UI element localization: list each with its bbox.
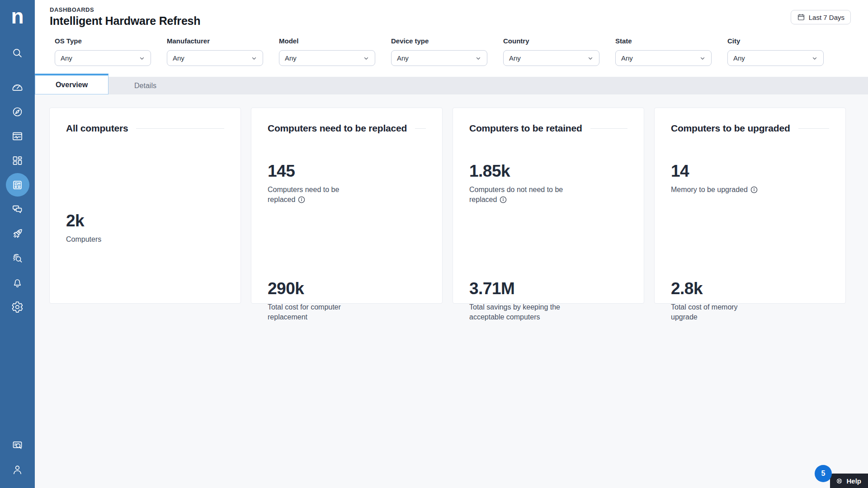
sidebar-item-discovery[interactable] bbox=[0, 99, 35, 124]
calendar-icon bbox=[797, 13, 805, 21]
sidebar-item-search[interactable] bbox=[0, 41, 35, 65]
rocket-icon bbox=[11, 228, 24, 240]
os-type-select[interactable]: Any bbox=[55, 50, 151, 66]
filter-label: Device type bbox=[391, 37, 487, 45]
main-area: DASHBOARDS Intelligent Hardware Refresh … bbox=[35, 0, 868, 488]
stat-label: Memory to be upgraded bbox=[671, 185, 797, 196]
stat-value: 290k bbox=[268, 279, 426, 298]
stat-value: 3.71M bbox=[469, 279, 627, 298]
sidebar-item-layouts[interactable] bbox=[0, 148, 35, 173]
model-select[interactable]: Any bbox=[279, 50, 375, 66]
chevron-down-icon bbox=[475, 55, 481, 61]
stat-label: Total savings by keeping the acceptable … bbox=[469, 302, 571, 322]
dashboard-gauge-icon bbox=[11, 81, 24, 94]
selected-value: Any bbox=[509, 54, 521, 62]
info-icon[interactable] bbox=[750, 186, 758, 196]
card-title-divider bbox=[415, 128, 426, 129]
state-select[interactable]: Any bbox=[615, 50, 712, 66]
stat-value: 14 bbox=[671, 162, 829, 181]
filter-city: City Any bbox=[727, 37, 824, 66]
compass-icon bbox=[11, 106, 24, 118]
card-title-divider bbox=[590, 128, 627, 129]
stat-total-savings: 3.71M Total savings by keeping the accep… bbox=[469, 279, 627, 322]
country-select[interactable]: Any bbox=[503, 50, 599, 66]
sidebar-item-dashboard[interactable] bbox=[0, 75, 35, 99]
filter-label: Manufacturer bbox=[167, 37, 263, 45]
notification-badge[interactable]: 5 bbox=[815, 465, 832, 482]
sidebar-item-notifications[interactable] bbox=[0, 270, 35, 295]
info-icon[interactable] bbox=[298, 196, 305, 206]
selected-value: Any bbox=[61, 54, 72, 62]
stat-label: Total cost for computer replacement bbox=[268, 302, 354, 322]
device-type-select[interactable]: Any bbox=[391, 50, 487, 66]
bell-icon bbox=[11, 277, 24, 289]
sidebar-item-device-search[interactable] bbox=[0, 433, 35, 457]
sidebar: n bbox=[0, 0, 35, 488]
lifebuoy-icon bbox=[835, 477, 843, 485]
selected-value: Any bbox=[621, 54, 633, 62]
sidebar-item-investigate[interactable] bbox=[0, 246, 35, 270]
filter-os-type: OS Type Any bbox=[55, 37, 151, 66]
window-activity-icon bbox=[11, 130, 24, 142]
logo-letter: n bbox=[11, 6, 24, 27]
stat-replace-count: 145 Computers need to be replaced bbox=[268, 162, 426, 241]
card-computers-to-replace: Computers need to be replaced 145 Comput… bbox=[251, 108, 443, 304]
filter-model: Model Any bbox=[279, 37, 375, 66]
stat-replacement-cost: 290k Total cost for computer replacement bbox=[268, 279, 426, 322]
stat-total-computers: 2k Computers bbox=[66, 211, 224, 244]
stat-label: Total cost of memory upgrade bbox=[671, 302, 748, 322]
tab-overview[interactable]: Overview bbox=[35, 74, 108, 94]
stat-label: Computers do not need to be replaced bbox=[469, 185, 578, 206]
chevron-down-icon bbox=[139, 55, 145, 61]
selected-value: Any bbox=[285, 54, 297, 62]
card-title-divider bbox=[798, 128, 829, 129]
device-search-icon bbox=[11, 439, 24, 451]
manufacturer-select[interactable]: Any bbox=[167, 50, 263, 66]
stat-retain-count: 1.85k Computers do not need to be replac… bbox=[469, 162, 627, 241]
city-select[interactable]: Any bbox=[727, 50, 824, 66]
chevron-down-icon bbox=[699, 55, 706, 61]
tab-details[interactable]: Details bbox=[108, 77, 182, 94]
chevron-down-icon bbox=[811, 55, 818, 61]
card-title: All computers bbox=[66, 123, 128, 134]
sidebar-item-messages[interactable] bbox=[0, 197, 35, 221]
stat-value: 2.8k bbox=[671, 279, 829, 298]
sidebar-item-apps-dashboards[interactable] bbox=[0, 173, 35, 197]
fingerprint-search-icon bbox=[11, 252, 24, 264]
dashboard-content: All computers 2k Computers Computers nee… bbox=[35, 94, 868, 488]
selected-value: Any bbox=[173, 54, 184, 62]
filter-label: OS Type bbox=[55, 37, 151, 45]
chevron-down-icon bbox=[587, 55, 594, 61]
help-button[interactable]: Help bbox=[830, 474, 868, 488]
card-title: Computers to be retained bbox=[469, 123, 582, 134]
selected-value: Any bbox=[733, 54, 745, 62]
page-title: Intelligent Hardware Refresh bbox=[50, 14, 851, 28]
date-range-button[interactable]: Last 7 Days bbox=[791, 10, 851, 24]
tab-bar: Overview Details bbox=[35, 77, 868, 94]
search-icon bbox=[11, 47, 24, 59]
chevron-down-icon bbox=[363, 55, 369, 61]
filter-label: Country bbox=[503, 37, 599, 45]
card-title: Computers to be upgraded bbox=[671, 123, 790, 134]
filter-state: State Any bbox=[615, 37, 712, 66]
sidebar-item-account[interactable] bbox=[0, 457, 35, 482]
chat-icon bbox=[11, 203, 24, 216]
app-logo[interactable]: n bbox=[0, 0, 35, 35]
info-icon[interactable] bbox=[500, 196, 507, 206]
help-label: Help bbox=[846, 477, 861, 485]
card-computers-to-upgrade: Computers to be upgraded 14 Memory to be… bbox=[654, 108, 846, 304]
filter-country: Country Any bbox=[503, 37, 599, 66]
filter-label: City bbox=[727, 37, 824, 45]
sidebar-item-monitoring[interactable] bbox=[0, 124, 35, 148]
sidebar-item-settings[interactable] bbox=[0, 295, 35, 319]
date-range-label: Last 7 Days bbox=[809, 14, 844, 21]
filter-label: State bbox=[615, 37, 712, 45]
sidebar-item-getting-started[interactable] bbox=[0, 221, 35, 246]
layout-grid-icon bbox=[11, 155, 24, 167]
stat-memory-upgrade-cost: 2.8k Total cost of memory upgrade bbox=[671, 279, 829, 322]
card-all-computers: All computers 2k Computers bbox=[49, 108, 241, 304]
stat-value: 2k bbox=[66, 211, 224, 230]
filter-manufacturer: Manufacturer Any bbox=[167, 37, 263, 66]
stat-label: Computers need to be replaced bbox=[268, 185, 349, 206]
stat-label: Computers bbox=[66, 235, 224, 244]
